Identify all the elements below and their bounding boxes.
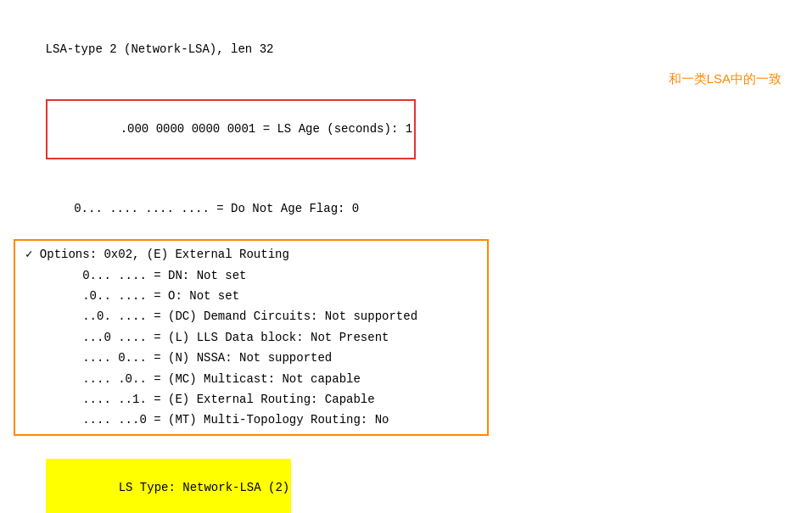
header-line: LSA-type 2 (Network-LSA), len 32 [14, 20, 798, 79]
options-header: ✓ Options: 0x02, (E) External Routing [22, 244, 480, 265]
dc-line: ..0. .... = (DC) Demand Circuits: Not su… [22, 306, 480, 326]
o-flag-line: .0.. .... = O: Not set [22, 286, 480, 306]
nssa-line: .... 0... = (N) NSSA: Not supported [22, 348, 480, 368]
ls-age-highlight: .000 0000 0000 0001 = LS Age (seconds): … [46, 99, 416, 159]
ls-type-line: LS Type: Network-LSA (2) [14, 439, 798, 513]
mt-line: .... ...0 = (MT) Multi-Topology Routing:… [22, 410, 480, 430]
do-not-age-line: 0... .... .... .... = Do Not Age Flag: 0 [14, 179, 798, 237]
ls-type-highlight: LS Type: Network-LSA (2) [46, 459, 292, 513]
mc-line: .... .0.. = (MC) Multicast: Not capable [22, 369, 480, 389]
dn-line: 0... .... = DN: Not set [22, 265, 480, 286]
lls-line: ...0 .... = (L) LLS Data block: Not Pres… [22, 327, 480, 348]
ls-age-line: .000 0000 0000 0001 = LS Age (seconds): … [14, 79, 798, 179]
e-routing-line: .... ..1. = (E) External Routing: Capabl… [22, 389, 480, 410]
annotation-top: 和一类LSA中的一致 [669, 71, 781, 87]
